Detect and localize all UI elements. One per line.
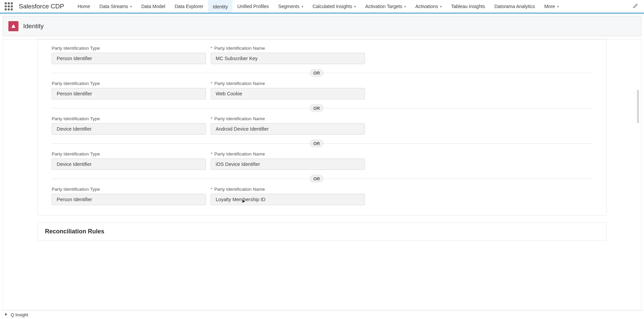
or-divider: OR xyxy=(52,103,592,113)
party-identification-type-field: Party Identification TypePerson Identifi… xyxy=(52,46,206,64)
nav-item-unified-profiles[interactable]: Unified Profiles xyxy=(232,0,273,13)
rule-block: Party Identification TypePerson Identifi… xyxy=(38,183,606,205)
scrollbar-thumb[interactable] xyxy=(637,90,639,123)
party-identification-type-input[interactable]: Person Identifier xyxy=(52,194,206,205)
party-identification-type-field: Party Identification TypePerson Identifi… xyxy=(52,187,206,205)
nav-item-label: Unified Profiles xyxy=(237,4,269,9)
nav-item-identity[interactable]: Identity xyxy=(208,0,232,13)
rule-row: Party Identification TypeDevice Identifi… xyxy=(52,151,592,170)
party-identification-name-field: * Party Identification NameLoyalty Membe… xyxy=(211,187,365,205)
brand-title: Salesforce CDP xyxy=(19,3,64,10)
nav-item-label: Activations xyxy=(415,4,438,9)
party-identification-name-input[interactable]: Loyalty Membership ID xyxy=(211,194,365,205)
identity-icon xyxy=(8,21,18,31)
chevron-down-icon: ▾ xyxy=(354,5,356,8)
nav-item-label: Home xyxy=(77,4,90,9)
app-launcher-icon[interactable] xyxy=(5,2,13,10)
rule-block: Party Identification TypeDevice Identifi… xyxy=(38,148,606,170)
chevron-down-icon: ▾ xyxy=(440,5,442,8)
nav-item-segments[interactable]: Segments▾ xyxy=(274,0,308,13)
party-identification-name-field: * Party Identification NameiOS Device Id… xyxy=(211,151,365,170)
content-scroll[interactable]: Party Identification TypePerson Identifi… xyxy=(13,39,631,310)
match-rules-card: Party Identification TypePerson Identifi… xyxy=(37,39,607,216)
rule-row: Party Identification TypeDevice Identifi… xyxy=(52,116,592,135)
content-area: Party Identification TypePerson Identifi… xyxy=(3,39,641,310)
party-identification-type-input[interactable]: Person Identifier xyxy=(52,53,206,64)
or-divider: OR xyxy=(52,139,592,148)
field-label: * Party Identification Name xyxy=(211,116,365,121)
field-label: * Party Identification Name xyxy=(211,81,365,86)
page-title: Identity xyxy=(23,22,44,30)
required-asterisk: * xyxy=(211,116,212,121)
nav-item-label: Activation Targets xyxy=(365,4,402,9)
rule-row: Party Identification TypePerson Identifi… xyxy=(52,46,592,64)
party-identification-name-input[interactable]: MC Subscriber Key xyxy=(211,53,365,64)
party-identification-name-field: * Party Identification NameMC Subscriber… xyxy=(211,46,365,64)
nav-item-activation-targets[interactable]: Activation Targets▾ xyxy=(361,0,411,13)
nav-item-data-explorer[interactable]: Data Explorer xyxy=(170,0,208,13)
rule-row: Party Identification TypePerson Identifi… xyxy=(52,187,592,205)
nav-item-label: Calculated Insights xyxy=(313,4,352,9)
nav-item-label: More xyxy=(544,4,555,9)
required-asterisk: * xyxy=(211,151,212,156)
rule-block: Party Identification TypeDevice Identifi… xyxy=(38,113,606,135)
or-pill: OR xyxy=(310,175,324,183)
party-identification-type-field: Party Identification TypeDevice Identifi… xyxy=(52,116,206,135)
nav-item-data-model[interactable]: Data Model xyxy=(137,0,170,13)
party-identification-type-field: Party Identification TypeDevice Identifi… xyxy=(52,151,206,170)
nav-item-label: Segments xyxy=(278,4,300,9)
nav-item-label: Data Streams xyxy=(100,4,128,9)
party-identification-type-input[interactable]: Device Identifier xyxy=(52,123,206,135)
party-identification-name-input[interactable]: Web Cookie xyxy=(211,88,365,99)
nav-item-tableau-insights[interactable]: Tableau Insights xyxy=(446,0,490,13)
field-label: Party Identification Type xyxy=(52,151,206,156)
bolt-icon xyxy=(4,312,8,317)
party-identification-type-input[interactable]: Person Identifier xyxy=(52,88,206,99)
reconciliation-card: Reconciliation Rules xyxy=(37,222,607,241)
party-identification-name-input[interactable]: Android Device Identifier xyxy=(211,123,365,135)
reconciliation-title: Reconciliation Rules xyxy=(45,228,599,235)
nav-item-calculated-insights[interactable]: Calculated Insights▾ xyxy=(308,0,361,13)
or-pill: OR xyxy=(310,140,324,147)
required-asterisk: * xyxy=(211,187,212,192)
top-nav: Salesforce CDP HomeData Streams▾Data Mod… xyxy=(0,0,644,13)
field-label: * Party Identification Name xyxy=(211,151,365,156)
field-label: * Party Identification Name xyxy=(211,46,365,51)
chevron-down-icon: ▾ xyxy=(130,5,132,8)
page-header: Identity xyxy=(3,16,641,36)
nav-item-more[interactable]: More▾ xyxy=(540,0,564,13)
party-identification-name-field: * Party Identification NameAndroid Devic… xyxy=(211,116,365,135)
rule-block: Party Identification TypePerson Identifi… xyxy=(38,78,606,99)
party-identification-type-input[interactable]: Device Identifier xyxy=(52,158,206,170)
field-label: Party Identification Type xyxy=(52,46,206,51)
or-pill: OR xyxy=(310,104,324,112)
nav-item-home[interactable]: Home xyxy=(73,0,95,13)
field-label: Party Identification Type xyxy=(52,187,206,192)
field-label: * Party Identification Name xyxy=(211,187,365,192)
nav-item-label: Data Model xyxy=(141,4,165,9)
chevron-down-icon: ▾ xyxy=(302,5,303,8)
field-label: Party Identification Type xyxy=(52,81,206,86)
chevron-down-icon: ▾ xyxy=(557,5,559,8)
nav-item-label: Identity xyxy=(213,4,228,9)
party-identification-name-input[interactable]: iOS Device Identifier xyxy=(211,158,365,170)
or-divider: OR xyxy=(52,68,592,78)
rule-block: Party Identification TypePerson Identifi… xyxy=(38,42,606,64)
nav-item-label: Datorama Analytics xyxy=(494,4,535,9)
party-identification-type-field: Party Identification TypePerson Identifi… xyxy=(52,81,206,99)
nav-item-data-streams[interactable]: Data Streams▾ xyxy=(95,0,137,13)
party-identification-name-field: * Party Identification NameWeb Cookie xyxy=(211,81,365,99)
nav-item-label: Data Explorer xyxy=(175,4,204,9)
nav-item-activations[interactable]: Activations▾ xyxy=(411,0,446,13)
chevron-down-icon: ▾ xyxy=(404,5,406,8)
field-label: Party Identification Type xyxy=(52,116,206,121)
nav-items: HomeData Streams▾Data ModelData Explorer… xyxy=(73,0,627,13)
or-divider: OR xyxy=(52,174,592,183)
nav-item-label: Tableau Insights xyxy=(451,4,485,9)
footer: Q Insight xyxy=(0,310,644,319)
edit-icon[interactable] xyxy=(630,3,641,9)
footer-label[interactable]: Q Insight xyxy=(11,312,28,317)
rule-row: Party Identification TypePerson Identifi… xyxy=(52,81,592,99)
required-asterisk: * xyxy=(211,46,212,51)
nav-item-datorama-analytics[interactable]: Datorama Analytics xyxy=(490,0,540,13)
